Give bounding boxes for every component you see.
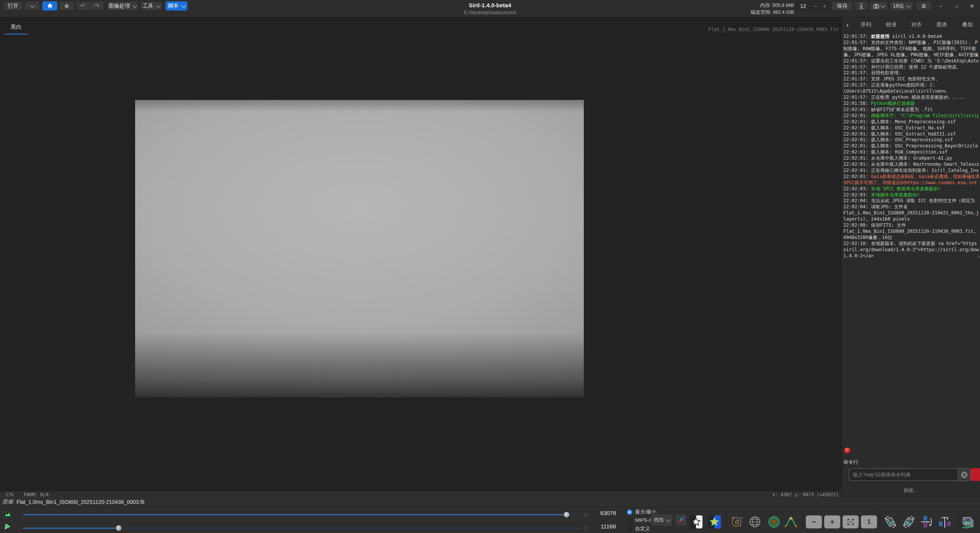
log-text: 启用色彩管理。: [868, 70, 903, 75]
command-input[interactable]: 输入"help"以获得命令列表: [849, 468, 958, 481]
log-line: 22:01:58: Python模块已是最新: [843, 101, 979, 107]
snapshot-button[interactable]: [870, 1, 888, 11]
thread-decrement-button[interactable]: −: [810, 2, 820, 10]
zoom-one-button[interactable]: 1: [861, 515, 877, 528]
log-scroll-chevron-icon[interactable]: ›: [978, 253, 980, 259]
bit-depth-label: 16位: [893, 3, 904, 10]
open-button[interactable]: 打开: [3, 1, 23, 11]
bit-depth-dropdown[interactable]: 16位: [890, 1, 913, 11]
redo-button[interactable]: ↷: [90, 1, 104, 11]
tabs-back-button[interactable]: ‹: [842, 21, 853, 29]
rotate-right-icon: [902, 515, 916, 529]
filename-overlay: Flat_1.0ms_Bin1_ISO800_20251120-210436_0…: [708, 27, 838, 32]
channel-tabstrip: 黑白 Flat_1.0ms_Bin1_ISO800_20251120-21043…: [0, 18, 841, 34]
log-line: 22:02:03: 本地脚本仓库是最新的!: [843, 192, 979, 198]
low-cut-value: 11168: [596, 523, 621, 530]
save-as-button[interactable]: [854, 1, 868, 11]
command-helper-button[interactable]: [958, 468, 971, 481]
close-button[interactable]: ✕: [966, 1, 978, 11]
log-text: 载入脚本: OSC_Extract_HaOIII.ssf: [868, 131, 956, 137]
celestial-grid-button[interactable]: [747, 514, 763, 530]
log-line: 22:01:57: 并行计算已启用: 使用 12 个逻辑处理器。: [843, 64, 979, 70]
header-bar: 打开 ↶ ↷ 图像处理 工具 脚本 Siril-1.4.0-beta4 E:\D…: [0, 0, 980, 18]
low-cut-slider[interactable]: [23, 528, 582, 529]
zoom-fit-button[interactable]: [843, 515, 859, 528]
annotation-stars-color-button[interactable]: [707, 514, 722, 530]
log-timestamp: 22:02:01:: [843, 125, 868, 131]
command-line-label: 命令行: [843, 459, 858, 466]
deepsky-annotation-button[interactable]: [729, 514, 744, 530]
toolbar-separator: [880, 512, 880, 528]
radio-icon[interactable]: [627, 509, 632, 515]
log-timestamp: 22:01:57:: [843, 76, 868, 82]
command-placeholder: 输入"help"以获得命令列表: [853, 471, 911, 478]
log-timestamp: 22:01:57:: [843, 58, 868, 64]
tab-bw-channel[interactable]: 黑白: [5, 21, 28, 34]
log-timestamp: 22:02:01:: [843, 149, 868, 155]
cursor-coordinates: x: 4367 y: 0873 (=45072): [773, 492, 839, 497]
rotate-left-button[interactable]: [883, 514, 898, 530]
image-processing-label: 图像处理: [109, 3, 130, 10]
high-cut-slider[interactable]: [23, 514, 582, 515]
log-timestamp: 22:02:01:: [843, 143, 868, 149]
log-timestamp: 22:02:08:: [843, 222, 868, 228]
flip-horizontal-button[interactable]: RR: [937, 514, 952, 530]
log-line: 22:01:57: 支持 JPEG ICC 色彩特性文件。: [843, 76, 979, 82]
maximize-button[interactable]: □: [951, 1, 962, 11]
record-button[interactable]: [59, 1, 74, 11]
sequence-list-button[interactable]: [960, 514, 975, 530]
zoom-out-button[interactable]: −: [806, 515, 822, 528]
log-text: Flat_1.0ms_Bin1_ISO800_20251120-210436_0…: [843, 229, 976, 234]
panel-tabs: ‹ 序列校准对齐图表叠加: [842, 18, 980, 32]
radio-icon[interactable]: [627, 526, 632, 532]
hamburger-menu-button[interactable]: ≡: [916, 1, 932, 11]
zoom-in-button[interactable]: +: [824, 515, 840, 528]
low-cut-handle[interactable]: [116, 525, 122, 531]
recording-indicator-icon[interactable]: [844, 447, 851, 454]
command-helper-icon: [961, 471, 968, 478]
log-text: layer(s), 244x160 pixels: [843, 216, 910, 222]
quick-photometry-toggle[interactable]: [3, 522, 12, 531]
log-line: 22:02:10: 发现新版本。请到此处下载更新 <a href="https: [843, 241, 979, 247]
open-recent-dropdown[interactable]: [24, 1, 40, 11]
high-cut-handle[interactable]: [564, 512, 570, 518]
log-text: 正在准备python虚拟环境: C:: [868, 82, 935, 88]
undo-button[interactable]: ↶: [76, 1, 90, 11]
panel-tab-stacking[interactable]: 叠加: [955, 19, 980, 31]
image-viewer[interactable]: 黑白 Flat_1.0ms_Bin1_ISO800_20251120-21043…: [0, 18, 841, 491]
flip-vertical-button[interactable]: RR: [920, 514, 935, 530]
scale-mode-dropdown[interactable]: 线性: [651, 513, 673, 526]
minimize-button[interactable]: −: [935, 1, 946, 11]
rotate-right-button[interactable]: [901, 514, 916, 530]
star-color-icon: [707, 515, 721, 529]
photometry-button[interactable]: [766, 514, 782, 530]
home-button[interactable]: [42, 1, 57, 11]
command-stop-button[interactable]: [971, 468, 980, 481]
thread-count-spinner[interactable]: 12 − +: [795, 1, 829, 11]
log-line: Flat_1.0ms_Bin1_ISO800_20251120-210436_0…: [843, 229, 979, 235]
save-button[interactable]: 保存: [831, 1, 853, 11]
psf-button[interactable]: [783, 514, 799, 530]
radio-icon[interactable]: [627, 518, 632, 523]
minimize-icon: −: [939, 3, 942, 9]
panel-tab-registration[interactable]: 对齐: [904, 19, 929, 31]
log-timestamp: 22:01:58:: [843, 101, 868, 106]
thread-increment-button[interactable]: +: [820, 2, 829, 10]
channel-link-button[interactable]: [675, 513, 687, 526]
log-output[interactable]: 22:01:57: 欢迎使用 siril v1.4.0-beta422:01:5…: [843, 34, 979, 263]
scripts-menu[interactable]: 脚本: [165, 1, 188, 11]
flip-vertical-icon: RR: [920, 515, 934, 529]
image-processing-menu[interactable]: 图像处理: [107, 1, 138, 11]
autostretch-preview-toggle[interactable]: [3, 510, 12, 519]
panel-tab-plot[interactable]: 图表: [929, 19, 955, 31]
panel-tab-calibration[interactable]: 校准: [879, 19, 904, 31]
annotation-stars-bw-button[interactable]: [688, 514, 704, 530]
panel-tab-sequence[interactable]: 序列: [853, 19, 879, 31]
log-timestamp: 22:02:04:: [843, 204, 868, 209]
log-timestamp: 22:02:03:: [843, 192, 868, 198]
log-timestamp: 22:01:57:: [843, 82, 868, 88]
log-line: Flat_1.0ms_Bin1_ISO800_20251120-210431_0…: [843, 210, 979, 216]
flat-frame-image[interactable]: [135, 100, 584, 397]
image-filename: Flat_1.0ms_Bin1_ISO800_20251120-210436_0…: [16, 499, 144, 505]
tools-menu[interactable]: 工具: [140, 1, 162, 11]
